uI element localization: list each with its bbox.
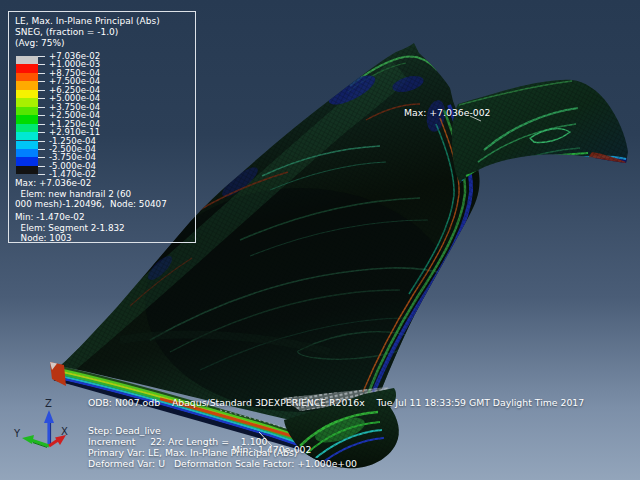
- legend-color-swatch: [16, 64, 38, 72]
- legend-color-swatch: [16, 149, 38, 157]
- step-line: Step: Dead_live: [88, 425, 161, 436]
- legend-color-swatch: [16, 98, 38, 106]
- orientation-triad: Z Y X: [12, 394, 88, 462]
- legend-tick: [38, 149, 45, 150]
- legend-subtitle2: (Avg: 75%): [15, 38, 65, 49]
- z-axis-label: Z: [45, 398, 52, 409]
- legend-max-block-line: 000 mesh)-1.20496, Node: 50407: [15, 199, 167, 210]
- legend-tick: [38, 98, 45, 99]
- abaqus-viewport[interactable]: LE, Max. In-Plane Principal (Abs) SNEG, …: [0, 0, 640, 480]
- legend-tick: [38, 90, 45, 91]
- increment-line: Increment 22: Arc Length = 1.100: [88, 436, 267, 447]
- y-axis-label: Y: [13, 428, 21, 439]
- deformed-var-line: Deformed Var: U Deformation Scale Factor…: [88, 458, 357, 469]
- primary-var-line: Primary Var: LE, Max. In-Plane Principal…: [88, 447, 297, 458]
- model-right-flap: [440, 70, 640, 186]
- legend-tick: [38, 166, 45, 167]
- legend-min-block-line: Min: -1.470e-02: [15, 212, 125, 223]
- legend-color-swatch: [16, 115, 38, 123]
- legend-color-swatch: [16, 73, 38, 81]
- max-annotation[interactable]: Max: +7.036e-002: [404, 107, 491, 118]
- legend-subtitle1: SNEG, (fraction = -1.0): [15, 27, 118, 38]
- legend-min-block-line: Elem: Segment 2-1.832: [15, 223, 125, 234]
- legend-min-block: Min: -1.470e-02 Elem: Segment 2-1.832 No…: [15, 212, 125, 244]
- legend-tick: [38, 56, 45, 57]
- x-axis-label: X: [61, 426, 68, 437]
- legend-tick: [38, 64, 45, 65]
- legend-color-swatch: [16, 90, 38, 98]
- contour-legend: LE, Max. In-Plane Principal (Abs) SNEG, …: [8, 11, 196, 243]
- legend-tick: [38, 174, 45, 175]
- legend-tick: [38, 157, 45, 158]
- legend-color-swatch: [16, 166, 38, 174]
- legend-tick: [38, 73, 45, 74]
- legend-tick: [38, 132, 45, 133]
- legend-color-swatch: [16, 157, 38, 165]
- legend-max-block-line: Elem: new handrail 2 (60: [15, 189, 167, 200]
- z-axis-arrow: [44, 410, 54, 446]
- legend-tick: [38, 124, 45, 125]
- legend-color-swatch: [16, 124, 38, 132]
- legend-title: LE, Max. In-Plane Principal (Abs): [15, 16, 160, 27]
- legend-color-swatch: [16, 132, 38, 140]
- legend-max-block-line: Max: +7.036e-02: [15, 178, 167, 189]
- legend-color-swatch: [16, 56, 38, 64]
- y-axis-arrow: [22, 435, 49, 447]
- odb-title-line: ODB: N007.odb Abaqus/Standard 3DEXPERIEN…: [88, 397, 584, 408]
- legend-tick: [38, 81, 45, 82]
- legend-min-block-line: Node: 1003: [15, 233, 125, 244]
- legend-max-block: Max: +7.036e-02 Elem: new handrail 2 (60…: [15, 178, 167, 210]
- legend-tick: [38, 115, 45, 116]
- legend-color-swatch: [16, 141, 38, 149]
- legend-tick: [38, 107, 45, 108]
- legend-color-swatch: [16, 81, 38, 89]
- legend-color-swatch: [16, 107, 38, 115]
- legend-tick: [38, 141, 45, 142]
- legend-spectrum: +7.036e-02+1.000e-03+8.750e-04+7.500e-04…: [16, 56, 186, 176]
